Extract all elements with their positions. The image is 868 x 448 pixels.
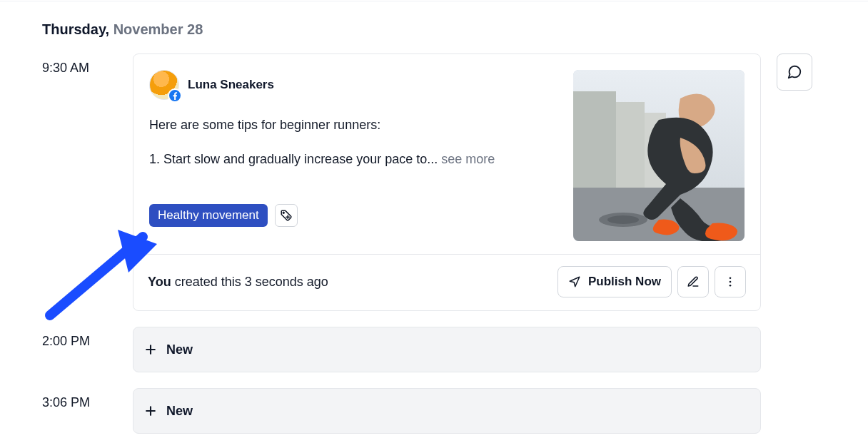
meta-who: You [148, 275, 171, 289]
time-label: 2:00 PM [42, 327, 133, 349]
publish-now-button[interactable]: Publish Now [557, 266, 672, 297]
post-body: Here are some tips for beginner runners:… [149, 116, 559, 170]
post-card: Luna Sneakers Here are some tips for beg… [133, 54, 761, 311]
post-thumbnail [573, 70, 745, 241]
svg-point-10 [730, 285, 732, 287]
tag-plus-icon [280, 209, 293, 222]
account-name: Luna Sneakers [188, 78, 274, 92]
date-rest: November 28 [113, 21, 203, 37]
date-weekday: Thursday, [42, 21, 109, 37]
post-line-1: Here are some tips for beginner runners: [149, 116, 559, 136]
svg-point-8 [730, 277, 732, 279]
account-header: Luna Sneakers [149, 70, 559, 100]
new-label: New [166, 342, 193, 357]
pencil-icon [687, 275, 700, 288]
comment-icon [787, 64, 802, 80]
post-line-2: 1. Start slow and gradually increase you… [149, 152, 441, 166]
see-more-link[interactable]: see more [441, 152, 495, 166]
edit-button[interactable] [677, 266, 709, 297]
send-icon [568, 275, 581, 288]
schedule-row: 9:30 AM Luna Sneakers [0, 54, 868, 311]
comments-button[interactable] [777, 54, 812, 91]
account-avatar [149, 70, 179, 100]
plus-icon [143, 342, 158, 357]
post-meta: You created this 3 seconds ago [148, 275, 328, 290]
facebook-badge-icon [168, 88, 182, 103]
svg-rect-3 [616, 102, 645, 191]
date-header: Thursday, November 28 [0, 1, 868, 54]
schedule-slot-row: 3:06 PM New [0, 388, 868, 434]
kebab-icon [724, 275, 737, 288]
campaign-tag[interactable]: Healthy movement [149, 204, 268, 227]
add-tag-button[interactable] [275, 204, 298, 227]
svg-point-0 [283, 212, 284, 213]
svg-point-7 [607, 215, 639, 224]
svg-rect-2 [573, 91, 616, 191]
svg-point-9 [730, 281, 732, 283]
time-label: 9:30 AM [42, 54, 133, 76]
meta-rest: created this 3 seconds ago [171, 275, 328, 289]
new-post-button[interactable]: New [133, 388, 761, 434]
schedule-page: Thursday, November 28 9:30 AM [0, 1, 868, 448]
schedule-slot-row: 2:00 PM New [0, 327, 868, 372]
plus-icon [143, 404, 158, 418]
more-button[interactable] [715, 266, 746, 297]
time-label: 3:06 PM [42, 388, 133, 410]
publish-now-label: Publish Now [588, 275, 661, 289]
new-label: New [166, 404, 193, 419]
new-post-button[interactable]: New [133, 327, 761, 372]
